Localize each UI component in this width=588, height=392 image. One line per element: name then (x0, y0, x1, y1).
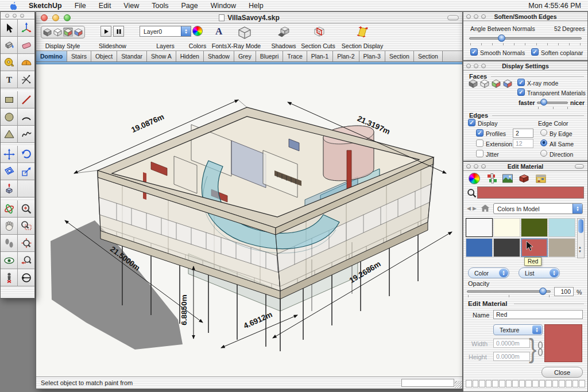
shaded-mode-button[interactable] (63, 28, 73, 37)
colors-wheel-icon[interactable] (192, 26, 203, 36)
layers-dropdown[interactable]: Layer0▲▼ (140, 26, 191, 37)
tool-text[interactable]: T (1, 71, 17, 88)
transparent-materials-checkbox[interactable]: ✓ (517, 88, 525, 96)
height-field[interactable]: 0.0000m (493, 352, 530, 361)
swatch-blue[interactable] (466, 238, 493, 257)
smooth-normals-checkbox[interactable]: ✓ (470, 48, 478, 56)
tool-zoom-previous[interactable] (18, 252, 34, 269)
rollup-widget[interactable] (575, 164, 584, 169)
tab-plan-1[interactable]: Plan-1 (307, 51, 333, 61)
swatch-cream[interactable] (493, 218, 520, 237)
forward-arrow-icon[interactable]: ▶ (473, 205, 477, 211)
tool-scale[interactable] (18, 163, 34, 180)
tab-grey[interactable]: Grey (234, 51, 256, 61)
swatch-taupe[interactable] (548, 238, 575, 257)
opacity-field[interactable]: 100 (554, 287, 574, 296)
menu-edit[interactable]: Edit (92, 0, 118, 11)
hidden-line-mode-button[interactable] (53, 28, 63, 37)
angle-slider[interactable] (469, 37, 582, 40)
swatch-light-blue[interactable] (548, 218, 575, 237)
menu-view[interactable]: View (117, 0, 145, 11)
tool-move-object[interactable] (1, 146, 17, 162)
chain-link-icon[interactable] (537, 341, 544, 357)
face-style-shaded-icon[interactable] (491, 79, 501, 88)
material-library-dropdown[interactable]: Colors In Model▲▼ (493, 203, 583, 214)
pause-slideshow-button[interactable] (113, 26, 124, 37)
profiles-field[interactable]: 2 (513, 129, 533, 138)
tab-standar[interactable]: Standar (117, 51, 147, 61)
tab-section-1[interactable]: Section (385, 51, 414, 61)
tab-stairs[interactable]: Stairs (67, 51, 91, 61)
section-display-icon[interactable] (355, 26, 369, 38)
brick-icon[interactable] (517, 172, 530, 185)
minimize-button[interactable] (52, 14, 59, 21)
wireframe-mode-button[interactable] (42, 28, 52, 37)
tab-show-a[interactable]: Show A (147, 51, 176, 61)
close-button[interactable]: Close (541, 367, 583, 378)
swatch-palette-icon[interactable] (535, 172, 547, 185)
tool-circle[interactable] (1, 108, 17, 125)
tab-bluepri[interactable]: Bluepri (256, 51, 284, 61)
fonts-icon[interactable]: A (215, 26, 222, 37)
tool-polygon[interactable] (1, 126, 17, 142)
secondary-swatch-strip[interactable] (466, 380, 585, 387)
menu-sketchup[interactable]: SketchUp (22, 0, 68, 11)
quality-slider-thumb[interactable] (540, 99, 547, 106)
jitter-checkbox[interactable]: ✓ (476, 150, 483, 157)
shadows-icon[interactable] (277, 26, 290, 38)
xray-mode-checkbox[interactable]: ✓ (517, 79, 525, 86)
list-dropdown[interactable]: List▲▼ (519, 267, 560, 278)
tool-walk[interactable] (1, 235, 17, 251)
close-button[interactable] (41, 14, 48, 21)
extension-field[interactable]: 12 (513, 139, 533, 148)
tool-zoom[interactable] (18, 200, 34, 217)
tab-domino[interactable]: Domino (36, 51, 67, 61)
all-same-radio[interactable] (540, 139, 547, 146)
face-style-hidden-line-icon[interactable] (479, 79, 490, 88)
face-style-wireframe-icon[interactable] (468, 79, 478, 88)
back-arrow-icon[interactable]: ◀ (467, 205, 471, 211)
menu-window[interactable]: Window (204, 0, 242, 11)
tab-trace[interactable]: Trace (283, 51, 307, 61)
tool-freehand[interactable] (18, 126, 34, 142)
tool-look-around[interactable] (1, 252, 17, 269)
tab-plan-3[interactable]: Plan-3 (359, 51, 385, 61)
tool-move[interactable] (18, 20, 34, 36)
display-settings-title-bar[interactable]: Display Settings (463, 61, 587, 71)
apple-menu[interactable] (0, 1, 22, 10)
color-wheel-icon[interactable] (469, 173, 480, 184)
tab-shadow[interactable]: Shadow (204, 51, 234, 61)
zoom-button[interactable] (64, 14, 71, 21)
tool-turn[interactable] (18, 269, 34, 286)
home-icon[interactable] (480, 203, 490, 214)
tool-protractor[interactable] (18, 54, 34, 71)
tool-arc[interactable] (18, 108, 34, 125)
palette-title-bar[interactable] (1, 12, 34, 20)
scroll-arrows-icon[interactable]: ▲▼ (578, 246, 582, 254)
swatch-dark-green[interactable] (521, 218, 548, 237)
tool-push-pull[interactable] (1, 180, 17, 197)
tool-axes[interactable] (18, 71, 34, 88)
tool-rotate[interactable] (18, 146, 34, 162)
image-texture-icon[interactable] (501, 172, 514, 185)
active-material-bar[interactable] (477, 187, 584, 199)
measurements-box[interactable] (401, 379, 454, 387)
tool-offset[interactable] (1, 163, 17, 180)
soften-title-bar[interactable]: Soften/Smooth Edges (463, 12, 587, 21)
tab-object[interactable]: Object (91, 51, 117, 61)
resize-grip[interactable] (455, 381, 462, 388)
face-style-textured-icon[interactable] (502, 79, 513, 88)
title-bar[interactable]: VillaSavoy4.skp (36, 12, 462, 24)
tab-plan-2[interactable]: Plan-2 (333, 51, 359, 61)
textured-mode-button[interactable] (74, 28, 83, 37)
direction-radio[interactable] (540, 150, 547, 157)
angle-slider-thumb[interactable] (498, 34, 505, 42)
tool-eraser[interactable] (18, 37, 34, 53)
tool-tape-measure[interactable] (1, 54, 17, 71)
tool-pan[interactable] (1, 218, 17, 234)
tool-zoom-extents[interactable] (18, 235, 34, 251)
extension-checkbox[interactable]: ✓ (476, 139, 483, 147)
tool-select[interactable] (1, 20, 17, 36)
swatch-white[interactable] (466, 218, 493, 237)
soften-coplanar-checkbox[interactable]: ✓ (531, 48, 539, 56)
